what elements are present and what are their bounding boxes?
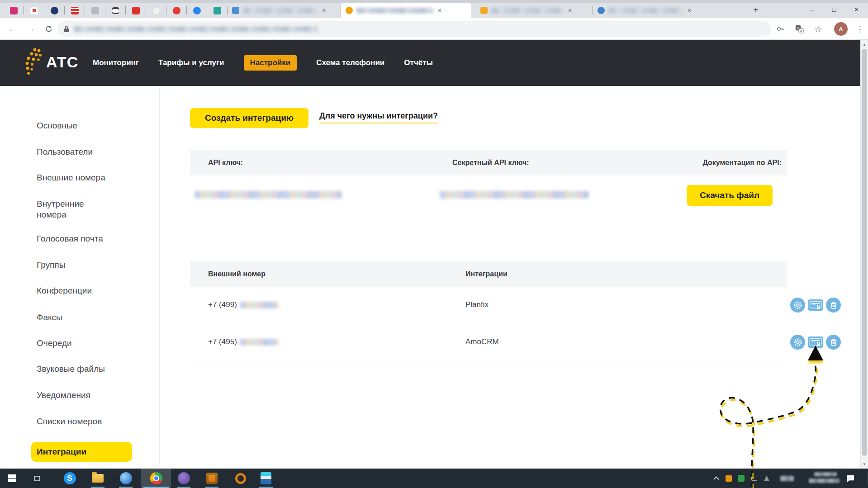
sidebar-item-faxes[interactable]: Факсы xyxy=(37,312,62,323)
tray-expand-button[interactable] xyxy=(711,469,721,488)
tray-icon-gray-1[interactable] xyxy=(749,469,759,488)
tab-close-icon[interactable]: × xyxy=(321,6,327,14)
scroll-down-icon[interactable]: ▼ xyxy=(861,460,868,468)
pinned-tab[interactable] xyxy=(126,3,146,18)
pinned-tab-favicon xyxy=(193,7,201,14)
pinned-tab-favicon xyxy=(30,7,38,14)
sidebar-item-queues[interactable]: Очереди xyxy=(37,338,72,349)
orange-app-icon xyxy=(206,473,218,484)
start-button[interactable] xyxy=(4,469,20,488)
taskbar-app-explorer[interactable] xyxy=(88,469,108,488)
nav-reports[interactable]: Отчёты xyxy=(404,58,433,67)
tray-icon-green[interactable] xyxy=(735,469,746,488)
tray-icon-orange[interactable] xyxy=(724,469,734,488)
translate-icon[interactable]: Aa xyxy=(793,24,805,34)
browser-menu-icon[interactable]: ⋮ xyxy=(854,24,866,34)
pinned-tab-favicon xyxy=(71,7,79,14)
browser-tab[interactable]: × xyxy=(593,3,713,18)
integrations-info-link[interactable]: Для чего нужны интеграции? xyxy=(319,111,438,123)
sidebar-item-sound-files[interactable]: Звуковые файлы xyxy=(37,364,105,374)
pinned-tab[interactable] xyxy=(146,3,166,18)
tab-close-icon[interactable]: × xyxy=(687,6,692,14)
browser-tab[interactable]: × xyxy=(228,3,341,18)
settings-gear-button[interactable] xyxy=(790,335,805,350)
license-certificate-button[interactable] xyxy=(808,299,823,311)
task-view-button[interactable] xyxy=(29,469,45,488)
browser-tab-active[interactable]: × xyxy=(341,3,471,18)
atc-logo[interactable]: АТС xyxy=(24,47,78,77)
sidebar-item-groups[interactable]: Группы xyxy=(37,260,65,270)
back-button[interactable]: ← xyxy=(6,23,19,35)
tab-favicon xyxy=(598,7,605,14)
settings-gear-button[interactable] xyxy=(790,298,805,313)
tab-close-icon[interactable]: × xyxy=(437,6,442,14)
page-scrollbar[interactable]: ▲ ▼ xyxy=(860,40,868,469)
forward-button[interactable]: → xyxy=(24,23,37,35)
delete-button[interactable] xyxy=(826,298,841,313)
pinned-tab[interactable] xyxy=(207,3,227,18)
browser-toolbar: ← → Aa ☆ A ⋮ xyxy=(0,18,868,40)
taskbar-app-orange-ring[interactable] xyxy=(231,469,251,488)
taskbar-app-orange[interactable] xyxy=(202,469,222,488)
password-key-icon[interactable] xyxy=(774,24,786,34)
app-header: АТС Мониторинг Тарифы и услуги Настройки… xyxy=(0,40,868,86)
task-view-icon xyxy=(33,474,41,483)
tab-title-masked xyxy=(243,8,318,14)
sidebar-item-main[interactable]: Основные xyxy=(37,120,77,131)
download-file-button[interactable]: Скачать файл xyxy=(687,185,773,206)
trash-icon xyxy=(829,301,838,310)
nav-tariffs[interactable]: Тарифы и услуги xyxy=(158,58,224,67)
browser-profile-avatar[interactable]: A xyxy=(834,22,848,36)
scroll-up-icon[interactable]: ▲ xyxy=(861,41,868,48)
pinned-tab[interactable] xyxy=(24,3,44,18)
pinned-tab[interactable] xyxy=(4,3,24,18)
language-indicator[interactable] xyxy=(778,469,796,488)
sidebar-item-external-numbers[interactable]: Внешние номера xyxy=(37,172,105,183)
sidebar-item-conferences[interactable]: Конференции xyxy=(37,285,92,296)
sidebar-item-internal-numbers[interactable]: Внутренние номера xyxy=(37,199,114,220)
scrollbar-thumb[interactable] xyxy=(862,49,867,456)
taskbar-app-teal[interactable] xyxy=(256,469,276,488)
pinned-tab[interactable] xyxy=(65,3,85,18)
window-close-button[interactable]: × xyxy=(845,0,868,18)
tab-close-icon[interactable]: × xyxy=(567,6,573,14)
sidebar-item-voicemail[interactable]: Голосовая почта xyxy=(37,233,103,244)
clock-date-masked[interactable] xyxy=(809,479,840,483)
taskbar-app-chrome-active[interactable] xyxy=(141,469,171,488)
pinned-tab[interactable] xyxy=(166,3,186,18)
pinned-tab[interactable] xyxy=(187,3,207,18)
pinned-tab[interactable] xyxy=(85,3,105,18)
clock-time-masked[interactable] xyxy=(814,472,837,476)
sidebar-item-notifications[interactable]: Уведомления xyxy=(37,390,90,401)
sidebar-item-users[interactable]: Пользователи xyxy=(37,147,93,157)
bookmark-star-icon[interactable]: ☆ xyxy=(812,24,824,34)
pinned-tab[interactable] xyxy=(44,3,64,18)
taskbar-app-purple[interactable] xyxy=(174,469,194,488)
new-tab-button[interactable]: + xyxy=(749,4,763,16)
window-maximize-button[interactable]: □ xyxy=(823,0,845,18)
delete-button[interactable] xyxy=(826,335,841,350)
nav-telephony-scheme[interactable]: Схема телефонии xyxy=(316,58,384,67)
nav-monitoring[interactable]: Мониторинг xyxy=(93,58,139,67)
purple-app-icon xyxy=(178,472,190,484)
pinned-tab[interactable] xyxy=(105,3,125,18)
sidebar-item-number-lists[interactable]: Списки номеров xyxy=(37,416,102,427)
address-bar[interactable] xyxy=(57,21,771,37)
sidebar-item-integrations-active[interactable]: Интеграции xyxy=(31,442,132,462)
api-keys-header-strip: API ключ: Секретный API ключ: Документац… xyxy=(190,150,787,175)
create-integration-button[interactable]: Создать интеграцию xyxy=(190,108,308,128)
reload-button[interactable] xyxy=(43,23,55,35)
window-minimize-button[interactable]: – xyxy=(800,0,823,18)
tray-icon-gray-2[interactable] xyxy=(762,469,772,488)
license-certificate-button[interactable] xyxy=(808,336,823,348)
nav-settings[interactable]: Настройки xyxy=(244,55,297,71)
table-header-strip: Внешний номер Интеграции xyxy=(190,261,787,287)
taskbar-app-skype[interactable]: S xyxy=(60,469,80,488)
pinned-tab-favicon xyxy=(132,7,140,14)
browser-tab[interactable]: × xyxy=(476,3,593,18)
tab-favicon xyxy=(232,7,239,14)
action-center-button[interactable] xyxy=(842,469,859,488)
secret-key-label: Секретный API ключ: xyxy=(452,159,529,167)
tray-orange-icon xyxy=(726,475,732,482)
taskbar-app-edge[interactable] xyxy=(116,469,136,488)
